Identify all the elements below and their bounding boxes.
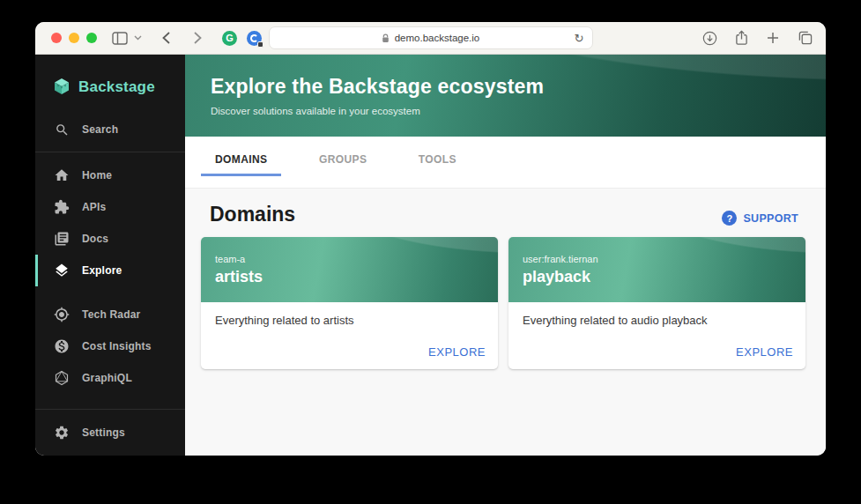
card-owner: team-a xyxy=(215,254,484,264)
search-icon xyxy=(54,122,70,137)
support-button-label: SUPPORT xyxy=(743,212,798,225)
page-header: Explore the Backstage ecosystem Discover… xyxy=(185,55,826,137)
domain-card-playback: user:frank.tiernan playback Everything r… xyxy=(508,237,805,369)
help-icon: ? xyxy=(722,211,737,226)
browser-toolbar: G demo.backstage.io ↻ xyxy=(35,22,826,55)
url-text: demo.backstage.io xyxy=(395,33,480,43)
sidebar-item-settings[interactable]: Settings xyxy=(35,417,185,448)
sidebar-item-docs[interactable]: Docs xyxy=(35,223,185,255)
password-extension-icon[interactable] xyxy=(247,31,262,46)
support-button[interactable]: ? SUPPORT xyxy=(715,205,805,231)
minimize-window-button[interactable] xyxy=(69,33,79,43)
sidebar-item-label: Tech Radar xyxy=(82,308,140,321)
sidebar-item-label: APIs xyxy=(82,201,106,213)
sidebar-item-label: Cost Insights xyxy=(82,340,152,352)
card-description: Everything related to audio playback xyxy=(508,302,805,344)
section-title: Domains xyxy=(210,203,295,226)
sidebar-divider xyxy=(35,409,185,410)
home-icon xyxy=(54,167,70,183)
backstage-logo[interactable]: Backstage xyxy=(35,55,185,100)
card-header: user:frank.tiernan playback xyxy=(508,237,805,302)
card-description: Everything related to artists xyxy=(201,302,498,344)
dollar-icon xyxy=(54,338,70,354)
share-icon[interactable] xyxy=(731,27,752,48)
traffic-lights xyxy=(51,33,97,43)
sidebar-item-cost-insights[interactable]: Cost Insights xyxy=(35,330,185,362)
radar-icon xyxy=(54,307,70,322)
explore-link[interactable]: EXPLORE xyxy=(428,345,486,359)
url-bar[interactable]: demo.backstage.io ↻ xyxy=(269,26,593,49)
graphql-icon xyxy=(54,370,70,386)
card-title: playback xyxy=(523,268,791,286)
tab-tools[interactable]: TOOLS xyxy=(405,148,471,176)
sidebar-item-label: GraphiQL xyxy=(82,372,132,384)
tab-overview-icon[interactable] xyxy=(794,27,815,48)
backstage-logo-text: Backstage xyxy=(78,78,155,96)
downloads-icon[interactable] xyxy=(699,27,720,48)
card-owner: user:frank.tiernan xyxy=(523,254,791,264)
backstage-logo-icon xyxy=(53,78,71,97)
browser-window: G demo.backstage.io ↻ xyxy=(35,22,826,456)
explore-link[interactable]: EXPLORE xyxy=(736,345,793,359)
sidebar-divider xyxy=(35,152,185,152)
layers-icon xyxy=(54,263,70,278)
sidebar-item-apis[interactable]: APIs xyxy=(35,191,185,223)
sidebar-item-tech-radar[interactable]: Tech Radar xyxy=(35,299,185,330)
page-subtitle: Discover solutions available in your eco… xyxy=(211,106,826,116)
tab-bar: DOMAINS GROUPS TOOLS xyxy=(185,137,826,188)
padlock-icon xyxy=(382,33,390,43)
gear-icon xyxy=(54,425,70,441)
domain-card-artists: team-a artists Everything related to art… xyxy=(201,237,498,369)
card-header: team-a artists xyxy=(201,237,498,302)
domains-panel: Domains ? SUPPORT team-a artists Everyth… xyxy=(185,188,826,456)
domain-card-grid: team-a artists Everything related to art… xyxy=(201,237,805,369)
card-title: artists xyxy=(215,268,484,286)
sidebar-item-label: Home xyxy=(82,169,112,182)
close-window-button[interactable] xyxy=(51,33,62,43)
sidebar-item-label: Explore xyxy=(82,264,122,277)
sidebar-item-home[interactable]: Home xyxy=(35,159,185,191)
grammarly-extension-icon[interactable]: G xyxy=(222,31,237,46)
reload-icon[interactable]: ↻ xyxy=(575,33,584,44)
docs-icon xyxy=(54,231,70,247)
sidebar-item-graphiql[interactable]: GraphiQL xyxy=(35,362,185,394)
forward-button[interactable] xyxy=(187,27,208,48)
puzzle-icon xyxy=(54,199,70,215)
sidebar-item-explore[interactable]: Explore xyxy=(35,255,185,286)
sidebar-item-search[interactable]: Search xyxy=(35,115,185,145)
back-button[interactable] xyxy=(155,27,176,48)
tab-domains[interactable]: DOMAINS xyxy=(201,148,281,176)
page-title: Explore the Backstage ecosystem xyxy=(211,75,826,99)
new-tab-icon[interactable] xyxy=(762,27,783,48)
tab-groups[interactable]: GROUPS xyxy=(305,148,381,176)
zoom-window-button[interactable] xyxy=(86,33,97,43)
sidebar-item-label: Docs xyxy=(82,233,108,245)
sidebar: Backstage Search Home xyxy=(35,55,185,456)
sidebar-item-label: Settings xyxy=(82,426,125,439)
chevron-down-icon[interactable] xyxy=(127,27,148,48)
sidebar-item-label: Search xyxy=(82,123,118,136)
